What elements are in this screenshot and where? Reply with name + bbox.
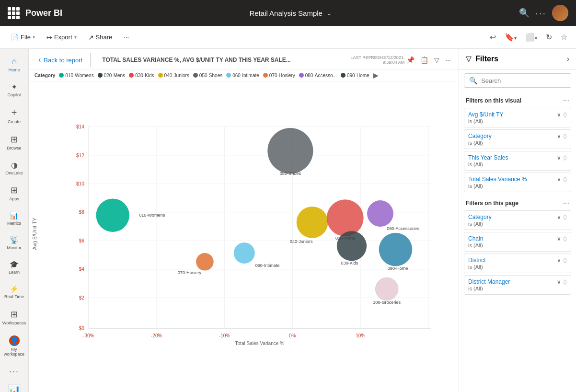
legend-next-button[interactable]: ▶	[373, 71, 379, 79]
legend-item-juniors[interactable]: 040-Juniors	[158, 73, 189, 78]
waffle-icon[interactable]	[8, 7, 20, 19]
filter-dm-chevron-icon[interactable]: ∨	[557, 278, 561, 285]
mens-legend-label: 020-Mens	[104, 73, 125, 78]
page-filters-more-button[interactable]: ···	[563, 199, 569, 208]
copilot-label: Copilot	[7, 93, 21, 98]
view-button[interactable]: ⬜▾	[522, 31, 540, 44]
sidebar-item-monitor[interactable]: 📡 Monitor	[2, 232, 27, 254]
refresh-button[interactable]: ↻	[543, 31, 555, 44]
svg-text:-20%: -20%	[151, 333, 162, 338]
filter-district[interactable]: District ∨ ⟨⟩ is (All)	[464, 254, 571, 273]
filters-search-input[interactable]	[481, 77, 566, 84]
legend-item-kids[interactable]: 030-Kids	[129, 73, 154, 78]
filter-tys-clear-icon[interactable]: ⟨⟩	[563, 155, 567, 161]
filter-icon[interactable]: ▽	[432, 55, 441, 65]
filter-pcat-clear-icon[interactable]: ⟨⟩	[563, 214, 567, 220]
filter-chain-clear-icon[interactable]: ⟨⟩	[563, 236, 567, 242]
filters-expand-button[interactable]: ›	[567, 55, 569, 63]
filter-cat-chevron-icon[interactable]: ∨	[557, 133, 561, 139]
filter-avg-chevron-icon[interactable]: ∨	[557, 111, 561, 118]
filter-category-visual[interactable]: Category ∨ ⟨⟩ is (All)	[464, 129, 571, 149]
sidebar-item-create[interactable]: + Create	[2, 104, 27, 128]
filter-cat-clear-icon[interactable]: ⟨⟩	[563, 133, 567, 139]
filter-tsv-clear-icon[interactable]: ⟨⟩	[563, 176, 567, 183]
filter-tys-chevron-icon[interactable]: ∨	[557, 154, 561, 161]
filter-avg-unit-ty[interactable]: Avg $/Unit TY ∨ ⟨⟩ is (All)	[464, 108, 571, 127]
sidebar-item-workspaces[interactable]: ⊞ Workspaces	[2, 305, 27, 330]
favorite-button[interactable]: ☆	[558, 31, 570, 44]
back-to-report-button[interactable]: ‹ Back to report	[35, 54, 86, 66]
svg-text:$12: $12	[76, 153, 84, 158]
filter-district-clear-icon[interactable]: ⟨⟩	[563, 257, 567, 264]
export-button[interactable]: ↦ Export ▾	[42, 32, 81, 43]
sidebar-item-learn[interactable]: 🎓 Learn	[2, 256, 27, 279]
bubble-juniors[interactable]	[297, 207, 328, 238]
chart-title: TOTAL SALES VARIANCE %, AVG $/UNIT TY AN…	[94, 57, 350, 63]
home-legend-label: 090-Home	[347, 73, 369, 78]
bubble-womens[interactable]	[96, 198, 129, 232]
last-refresh: LAST REFRESH:8/12/2021,	[350, 55, 404, 60]
powerbi-logo: 📊	[8, 384, 21, 392]
bubble-kids[interactable]	[337, 231, 367, 261]
sidebar-item-realtime[interactable]: ⚡ Real-Time	[2, 281, 27, 303]
filter-category-page[interactable]: Category ∨ ⟨⟩ is (All)	[464, 210, 571, 230]
bubble-shoes[interactable]	[267, 128, 313, 173]
filter-chain-chevron-icon[interactable]: ∨	[557, 235, 561, 242]
bubble-intimate[interactable]	[234, 242, 255, 264]
undo-button[interactable]: ↩	[487, 31, 499, 44]
copy-icon[interactable]: 📋	[418, 55, 430, 65]
toolbar-more-button[interactable]: ···	[119, 32, 134, 43]
filter-tys-value: is (All)	[468, 161, 567, 167]
file-button[interactable]: 📄 File ▾	[6, 32, 40, 43]
sidebar-item-apps[interactable]: ⊞ Apps	[2, 181, 27, 206]
sidebar-item-myworkspace[interactable]: 👤 My workspace	[2, 332, 27, 361]
legend-item-mens[interactable]: 020-Mens	[98, 73, 125, 78]
filter-this-year-sales[interactable]: This Year Sales ∨ ⟨⟩ is (All)	[464, 151, 571, 171]
chart-more-icon[interactable]: ···	[443, 55, 453, 65]
filter-chain[interactable]: Chain ∨ ⟨⟩ is (All)	[464, 232, 571, 252]
filter-avg-value: is (All)	[468, 118, 567, 124]
legend-item-hosiery[interactable]: 070-Hosiery	[263, 73, 295, 78]
filter-district-chevron-icon[interactable]: ∨	[557, 257, 561, 264]
bookmark-button[interactable]: 🔖▾	[502, 31, 519, 44]
bubble-hosiery[interactable]	[196, 253, 214, 271]
filter-tsv-chevron-icon[interactable]: ∨	[557, 176, 561, 183]
more-options-icon[interactable]: ···	[535, 8, 546, 19]
legend-item-shoes[interactable]: 050-Shoes	[193, 73, 222, 78]
filter-total-sales-variance[interactable]: Total Sales Variance % ∨ ⟨⟩ is (All)	[464, 173, 571, 192]
sidebar-item-browse[interactable]: ⊞ Browse	[2, 130, 27, 155]
mens-dot	[98, 73, 103, 78]
filter-dm-clear-icon[interactable]: ⟨⟩	[563, 279, 567, 285]
bubble-accessories[interactable]	[367, 200, 393, 227]
legend-item-accessories[interactable]: 080-Accesso...	[299, 73, 337, 78]
share-button[interactable]: ↗ Share	[83, 32, 117, 43]
report-title-dropdown[interactable]: ⌄	[326, 9, 332, 17]
sidebar-more-button[interactable]: ···	[2, 363, 27, 380]
legend-item-home[interactable]: 090-Home	[341, 73, 369, 78]
bubble-mens[interactable]	[327, 199, 364, 236]
sidebar-item-metrics[interactable]: 📊 Metrics	[2, 208, 27, 230]
visual-filters-more-button[interactable]: ···	[563, 96, 569, 105]
filter-avg-clear-icon[interactable]: ⟨⟩	[563, 112, 567, 118]
filters-search-box[interactable]: 🔍	[464, 73, 571, 88]
bubble-groceries[interactable]	[375, 277, 398, 300]
monitor-icon: 📡	[10, 236, 19, 244]
intimate-legend-label: 060-Intimate	[232, 73, 259, 78]
filter-pcat-chevron-icon[interactable]: ∨	[557, 214, 561, 220]
brand-label: Power BI	[25, 8, 62, 18]
svg-text:-30%: -30%	[83, 333, 94, 338]
pin-icon[interactable]: 📌	[404, 55, 416, 65]
main-layout: ⌂ Home ✦ Copilot + Create ⊞ Browse ◑ One…	[0, 49, 576, 392]
filter-cat-actions: ∨ ⟨⟩	[557, 133, 567, 139]
sidebar-item-home[interactable]: ⌂ Home	[2, 53, 27, 77]
filter-avg-actions: ∨ ⟨⟩	[557, 111, 567, 118]
legend-item-intimate[interactable]: 060-Intimate	[226, 73, 259, 78]
legend-item-womens[interactable]: 010-Womens	[59, 73, 93, 78]
sidebar-item-onelake[interactable]: ◑ OneLake	[2, 157, 27, 180]
sidebar-item-copilot[interactable]: ✦ Copilot	[2, 79, 27, 102]
bubble-home[interactable]	[379, 233, 413, 266]
export-chevron-icon: ▾	[74, 35, 77, 40]
filter-district-manager[interactable]: District Manager ∨ ⟨⟩ is (All)	[464, 275, 571, 295]
avatar[interactable]	[552, 5, 568, 21]
search-icon[interactable]: 🔍	[519, 8, 530, 18]
